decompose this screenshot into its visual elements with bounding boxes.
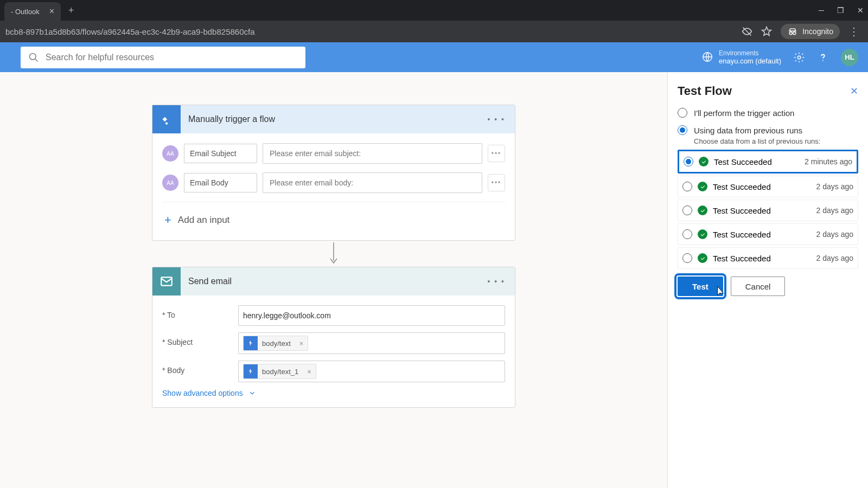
- action-card: Send email • • • * To henry.legge@outloo…: [152, 267, 515, 408]
- input-placeholder-field[interactable]: [263, 172, 482, 193]
- new-tab-button[interactable]: +: [68, 5, 74, 16]
- run-item[interactable]: Test Succeeded 2 days ago: [678, 247, 858, 269]
- option-previous-label: Using data from previous runs: [694, 126, 802, 135]
- browser-tab[interactable]: - Outlook ×: [4, 2, 61, 21]
- input-label[interactable]: Email Body: [184, 173, 257, 192]
- trigger-card: Manually trigger a flow • • • AA Email S…: [152, 105, 515, 241]
- trigger-menu-icon[interactable]: • • •: [488, 115, 505, 124]
- add-input-button[interactable]: + Add an input: [162, 210, 505, 230]
- radio-icon: [684, 157, 693, 166]
- browser-menu-icon[interactable]: ⋮: [848, 25, 859, 38]
- run-item[interactable]: Test Succeeded 2 days ago: [678, 223, 858, 245]
- eye-off-icon[interactable]: [742, 26, 752, 37]
- trigger-card-header[interactable]: Manually trigger a flow • • •: [152, 105, 515, 133]
- input-placeholder-field[interactable]: [263, 143, 482, 164]
- subject-field[interactable]: body/text ×: [238, 332, 505, 354]
- help-icon[interactable]: [817, 52, 829, 63]
- run-time: 2 days ago: [816, 230, 854, 239]
- advanced-label: Show advanced options: [162, 389, 243, 397]
- svg-point-1: [789, 32, 792, 35]
- run-item[interactable]: Test Succeeded 2 days ago: [678, 176, 858, 197]
- flow-canvas: Manually trigger a flow • • • AA Email S…: [0, 72, 667, 488]
- close-window-icon[interactable]: ✕: [857, 6, 864, 15]
- choose-note: Choose data from a list of previous runs…: [694, 137, 858, 145]
- input-row-menu-icon[interactable]: •••: [488, 145, 505, 162]
- browser-tab-strip: - Outlook × + ─ ❐ ✕: [0, 0, 868, 21]
- trigger-input-row: AA Email Subject •••: [162, 143, 505, 164]
- panel-close-icon[interactable]: ✕: [850, 85, 858, 97]
- run-item[interactable]: Test Succeeded 2 days ago: [678, 200, 858, 221]
- token-remove-icon[interactable]: ×: [295, 339, 308, 348]
- chevron-down-icon: [248, 389, 256, 397]
- radio-icon: [682, 229, 692, 239]
- subject-label: * Subject: [162, 332, 238, 346]
- settings-icon[interactable]: [793, 52, 805, 63]
- tab-title: - Outlook: [11, 8, 40, 16]
- show-advanced-link[interactable]: Show advanced options: [162, 389, 505, 397]
- radio-icon: [682, 253, 692, 263]
- svg-point-6: [797, 56, 801, 59]
- incognito-icon: [787, 26, 798, 37]
- svg-point-8: [165, 122, 168, 124]
- environment-picker[interactable]: Environments enayu.com (default): [701, 49, 781, 66]
- tab-close-icon[interactable]: ×: [49, 7, 54, 16]
- input-label[interactable]: Email Subject: [184, 144, 257, 163]
- body-field[interactable]: body/text_1 ×: [238, 361, 505, 382]
- option-previous[interactable]: Using data from previous runs: [678, 125, 858, 135]
- search-box[interactable]: [21, 47, 305, 68]
- success-icon: [698, 182, 707, 191]
- search-input[interactable]: [46, 53, 298, 62]
- dynamic-token[interactable]: body/text ×: [243, 336, 308, 351]
- test-button[interactable]: Test: [678, 277, 723, 296]
- user-avatar[interactable]: HL: [841, 49, 858, 66]
- radio-icon: [678, 108, 687, 118]
- success-icon: [698, 206, 707, 215]
- svg-line-4: [35, 59, 38, 61]
- run-time: 2 days ago: [816, 254, 854, 262]
- action-menu-icon[interactable]: • • •: [488, 277, 505, 286]
- token-label: body/text: [258, 339, 295, 348]
- maximize-icon[interactable]: ❐: [837, 6, 844, 15]
- option-manual-label: I'll perform the trigger action: [694, 108, 794, 118]
- run-status-label: Test Succeeded: [713, 230, 771, 239]
- env-label: Environments: [719, 49, 781, 57]
- run-status-label: Test Succeeded: [713, 206, 771, 215]
- test-flow-panel: Test Flow ✕ I'll perform the trigger act…: [667, 72, 868, 488]
- add-input-label: Add an input: [178, 215, 229, 226]
- run-list: Test Succeeded 2 minutes ago Test Succee…: [678, 150, 858, 269]
- success-icon: [698, 229, 707, 239]
- token-icon: [244, 364, 258, 378]
- run-item[interactable]: Test Succeeded 2 minutes ago: [678, 150, 858, 174]
- env-value: enayu.com (default): [719, 57, 781, 66]
- svg-point-2: [793, 32, 796, 35]
- svg-point-7: [822, 60, 824, 61]
- trigger-icon: [152, 105, 181, 133]
- run-status-label: Test Succeeded: [713, 182, 771, 191]
- cancel-button[interactable]: Cancel: [731, 277, 786, 296]
- to-field[interactable]: henry.legge@outlook.com: [238, 305, 505, 326]
- app-header: Environments enayu.com (default) HL: [0, 42, 868, 72]
- success-icon: [699, 157, 709, 166]
- run-status-label: Test Succeeded: [713, 254, 771, 263]
- plus-icon: +: [164, 213, 171, 227]
- incognito-badge[interactable]: Incognito: [781, 24, 840, 39]
- body-label: * Body: [162, 361, 238, 375]
- url-text[interactable]: bcb8-897b1a5d8b63/flows/a962445a-ec3c-42…: [5, 27, 742, 36]
- dynamic-token[interactable]: body/text_1 ×: [243, 364, 316, 379]
- token-remove-icon[interactable]: ×: [303, 368, 316, 376]
- incognito-label: Incognito: [802, 27, 833, 36]
- action-title: Send email: [188, 277, 232, 286]
- option-manual[interactable]: I'll perform the trigger action: [678, 108, 858, 118]
- action-card-header[interactable]: Send email • • •: [152, 267, 515, 296]
- radio-icon: [682, 182, 692, 191]
- to-value: henry.legge@outlook.com: [243, 311, 331, 320]
- run-time: 2 days ago: [816, 182, 854, 191]
- input-row-menu-icon[interactable]: •••: [488, 174, 505, 191]
- success-icon: [698, 253, 707, 263]
- connector-arrow: [152, 241, 515, 267]
- address-bar: bcb8-897b1a5d8b63/flows/a962445a-ec3c-42…: [0, 21, 868, 42]
- text-type-icon: AA: [162, 175, 178, 191]
- minimize-icon[interactable]: ─: [819, 6, 824, 15]
- star-icon[interactable]: [761, 26, 772, 37]
- text-type-icon: AA: [162, 145, 178, 162]
